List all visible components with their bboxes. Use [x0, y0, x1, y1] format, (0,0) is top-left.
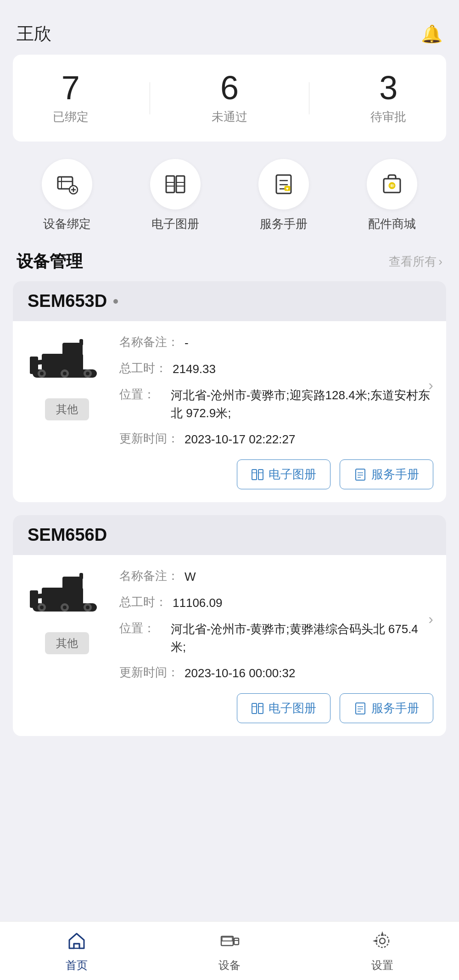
bulldozer-icon-2 [28, 570, 106, 621]
stat-pending-label: 待审批 [370, 109, 406, 125]
device-bind-label: 设备绑定 [43, 216, 91, 232]
name-note-label-1: 名称备注： [119, 334, 179, 350]
svg-rect-37 [356, 469, 365, 480]
device-body-2: 其他 名称备注： W 总工时： 11106.09 位置： 河北省-沧州市-黄骅市… [13, 555, 446, 682]
home-svg-icon [67, 931, 87, 951]
device-card-header-2: SEM656D [13, 515, 446, 555]
device-model-1: SEM653D [28, 291, 107, 311]
location-value-2: 河北省-沧州市-黄骅市;黄骅港综合码头北 675.4米; [171, 620, 433, 656]
e-manual-button-1[interactable]: 电子图册 [237, 459, 330, 489]
action-parts-shop[interactable]: 0 配件商城 [367, 159, 417, 232]
update-value-2: 2023-10-16 00:00:32 [185, 664, 295, 682]
bell-icon[interactable]: 🔔 [421, 24, 442, 44]
nav-device[interactable]: 设备 [193, 931, 266, 973]
hours-value-1: 2149.33 [173, 360, 216, 378]
stats-card: 7 已绑定 6 未通过 3 待审批 [13, 55, 446, 142]
hours-label-2: 总工时： [119, 594, 167, 610]
device-tag-1: 其他 [45, 398, 89, 420]
device-left-2: 其他 [26, 568, 108, 682]
stat-pending: 3 待审批 [370, 71, 406, 125]
device-body-1: 其他 名称备注： - 总工时： 2149.33 位置： 河北省-沧州市-黄骅市;… [13, 321, 446, 448]
nav-device-label: 设备 [218, 958, 241, 973]
action-e-manual[interactable]: 电子图册 [150, 159, 201, 232]
svg-rect-33 [252, 470, 257, 480]
svg-rect-46 [79, 573, 83, 579]
svg-point-32 [86, 372, 90, 375]
service-manual-button-2[interactable]: 服务手册 [340, 693, 433, 723]
service-manual-btn-icon-2 [354, 702, 367, 715]
update-value-1: 2023-10-17 02:22:27 [185, 431, 295, 448]
svg-rect-23 [62, 343, 83, 357]
svg-rect-26 [79, 339, 83, 346]
svg-point-30 [40, 372, 44, 375]
service-manual-btn-label-2: 服务手册 [371, 700, 419, 716]
stat-failed-label: 未通过 [212, 109, 247, 125]
device-model-2: SEM656D [28, 525, 107, 545]
settings-icon [372, 931, 392, 954]
svg-rect-6 [166, 176, 174, 193]
stat-failed: 6 未通过 [212, 71, 247, 125]
info-name-note-1: 名称备注： - [119, 334, 433, 352]
parts-shop-label: 配件商城 [368, 216, 416, 232]
nav-home[interactable]: 首页 [40, 931, 113, 973]
device-card-sem653d: SEM653D [13, 281, 446, 502]
service-manual-icon-wrap: ♥ [258, 159, 309, 210]
hours-value-2: 11106.09 [173, 594, 222, 612]
header: 王欣 🔔 [0, 0, 459, 55]
nav-home-label: 首页 [66, 958, 88, 973]
device-info-2: 名称备注： W 总工时： 11106.09 位置： 河北省-沧州市-黄骅市;黄骅… [119, 568, 433, 682]
update-label-2: 更新时间： [119, 664, 179, 680]
info-update-1: 更新时间： 2023-10-17 02:22:27 [119, 431, 433, 448]
info-update-2: 更新时间： 2023-10-16 00:00:32 [119, 664, 433, 682]
device-info-1: 名称备注： - 总工时： 2149.33 位置： 河北省-沧州市-黄骅市;迎宾路… [119, 334, 433, 448]
device-svg-icon [219, 931, 240, 951]
svg-rect-53 [252, 703, 257, 714]
svg-point-52 [86, 606, 90, 609]
info-hours-2: 总工时： 11106.09 [119, 594, 433, 612]
svg-point-51 [63, 606, 67, 609]
stat-divider-1 [150, 82, 150, 114]
stat-pending-number: 3 [379, 71, 397, 104]
stat-bound-number: 7 [62, 71, 80, 104]
device-actions-1: 电子图册 服务手册 [13, 448, 446, 502]
device-nav-icon [219, 931, 240, 954]
update-label-1: 更新时间： [119, 431, 179, 447]
name-note-value-2: W [185, 568, 196, 586]
name-note-value-1: - [185, 334, 189, 352]
stat-divider-2 [309, 82, 309, 114]
action-service-manual[interactable]: ♥ 服务手册 [258, 159, 309, 232]
hours-label-1: 总工时： [119, 360, 167, 376]
device-tag-2: 其他 [45, 632, 89, 654]
info-location-2: 位置： 河北省-沧州市-黄骅市;黄骅港综合码头北 675.4米; [119, 620, 433, 656]
view-all-chevron-icon: › [438, 255, 442, 269]
device-management-title: 设备管理 [17, 250, 83, 273]
svg-point-31 [63, 372, 67, 375]
service-manual-button-1[interactable]: 服务手册 [340, 459, 433, 489]
device-image-1 [26, 334, 108, 389]
e-manual-button-2[interactable]: 电子图册 [237, 693, 330, 723]
view-all-button[interactable]: 查看所有 › [389, 254, 442, 270]
svg-rect-25 [30, 357, 38, 374]
svg-rect-65 [234, 938, 239, 945]
name-note-label-2: 名称备注： [119, 568, 179, 584]
e-manual-btn-icon-1 [251, 468, 264, 481]
svg-text:0: 0 [390, 182, 394, 189]
device-left-1: 其他 [26, 334, 108, 448]
svg-rect-57 [356, 703, 365, 714]
svg-rect-63 [222, 937, 232, 941]
e-manual-btn-label-1: 电子图册 [269, 466, 316, 482]
nav-settings[interactable]: 设置 [346, 931, 419, 973]
service-manual-btn-icon-1 [354, 468, 367, 481]
e-manual-icon-wrap [150, 159, 201, 210]
bulldozer-icon-1 [28, 336, 106, 387]
svg-text:♥: ♥ [286, 186, 289, 191]
action-device-bind[interactable]: 设备绑定 [42, 159, 92, 232]
e-manual-btn-label-2: 电子图册 [269, 700, 316, 716]
svg-rect-54 [258, 703, 263, 714]
device-arrow-1[interactable]: › [428, 376, 433, 393]
user-name: 王欣 [17, 22, 51, 45]
svg-rect-45 [30, 590, 38, 608]
device-actions-2: 电子图册 服务手册 [13, 682, 446, 736]
device-arrow-2[interactable]: › [428, 610, 433, 627]
e-manual-icon [163, 172, 187, 196]
